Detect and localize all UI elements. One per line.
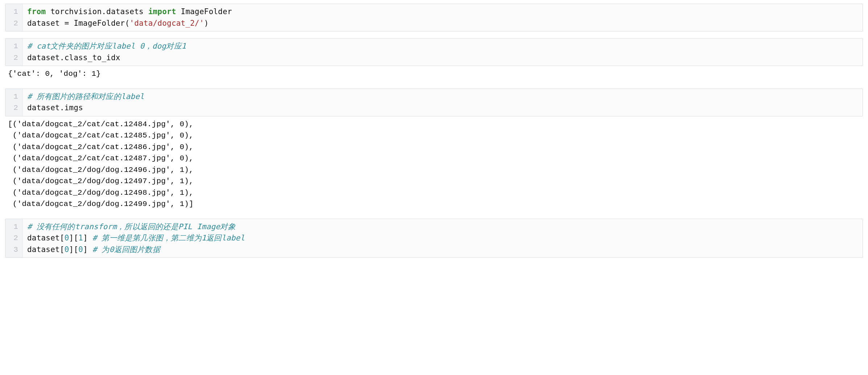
code-line: dataset.class_to_idx [27, 53, 120, 62]
code-block: 12# cat文件夹的图片对应label 0，dog对应1 dataset.cl… [5, 38, 863, 66]
code-content[interactable]: # cat文件夹的图片对应label 0，dog对应1 dataset.clas… [23, 38, 863, 66]
line-number: 2 [11, 18, 18, 29]
line-number: 1 [11, 91, 18, 103]
code-line: # cat文件夹的图片对应label 0，dog对应1 [27, 42, 186, 50]
code-cell: 12# cat文件夹的图片对应label 0，dog对应1 dataset.cl… [5, 38, 863, 82]
code-lines: from torchvision.datasets import ImageFo… [27, 6, 858, 29]
token: torchvision.datasets [46, 7, 148, 16]
code-cell: 12from torchvision.datasets import Image… [5, 4, 863, 32]
line-number: 3 [11, 244, 18, 256]
token: ][ [69, 234, 79, 242]
code-block: 123# 没有任何的transform，所以返回的还是PIL Image对象 d… [5, 219, 863, 258]
code-line: dataset.imgs [27, 103, 83, 112]
code-line: from torchvision.datasets import ImageFo… [27, 7, 232, 16]
line-number-gutter: 12 [5, 89, 23, 116]
token: # 所有图片的路径和对应的label [27, 92, 144, 101]
token: # 没有任何的transform，所以返回的还是PIL Image对象 [27, 222, 236, 231]
token: ][ [69, 245, 79, 254]
cell-output: {'cat': 0, 'dog': 1} [5, 66, 863, 82]
token: dataset = ImageFolder( [27, 19, 130, 28]
code-content[interactable]: # 没有任何的transform，所以返回的还是PIL Image对象 data… [23, 219, 863, 258]
cell-output: [('data/dogcat_2/cat/cat.12484.jpg', 0),… [5, 116, 863, 212]
line-number: 2 [11, 232, 18, 244]
token: 0 [78, 245, 83, 254]
line-number: 1 [11, 41, 18, 52]
code-lines: # cat文件夹的图片对应label 0，dog对应1 dataset.clas… [27, 41, 858, 63]
token: 'data/dogcat_2/' [130, 19, 204, 28]
code-lines: # 没有任何的transform，所以返回的还是PIL Image对象 data… [27, 221, 858, 256]
line-number: 2 [11, 52, 18, 64]
line-number: 1 [11, 221, 18, 233]
line-number: 1 [11, 6, 18, 18]
token: dataset.class_to_idx [27, 53, 120, 62]
token: 0 [65, 234, 69, 242]
code-cell: 123# 没有任何的transform，所以返回的还是PIL Image对象 d… [5, 219, 863, 258]
code-lines: # 所有图片的路径和对应的label dataset.imgs [27, 91, 858, 114]
token: ] [83, 245, 92, 254]
token: ImageFolder [176, 7, 232, 16]
token: import [148, 7, 176, 16]
token: from [27, 7, 46, 16]
code-cell: 12# 所有图片的路径和对应的label dataset.imgs[('data… [5, 88, 863, 212]
token: dataset[ [27, 234, 65, 242]
token: ] [83, 234, 92, 242]
line-number: 2 [11, 102, 18, 114]
code-block: 12# 所有图片的路径和对应的label dataset.imgs [5, 88, 863, 116]
code-line: # 没有任何的transform，所以返回的还是PIL Image对象 [27, 222, 236, 231]
token: # cat文件夹的图片对应label 0，dog对应1 [27, 42, 186, 50]
token: # 第一维是第几张图，第二维为1返回label [92, 234, 245, 242]
token: 0 [65, 245, 69, 254]
token: dataset.imgs [27, 103, 83, 112]
line-number-gutter: 12 [5, 4, 23, 31]
code-content[interactable]: # 所有图片的路径和对应的label dataset.imgs [23, 89, 863, 116]
token: dataset[ [27, 245, 65, 254]
code-content[interactable]: from torchvision.datasets import ImageFo… [23, 4, 863, 31]
code-line: dataset[0][0] # 为0返回图片数据 [27, 245, 160, 254]
code-line: # 所有图片的路径和对应的label [27, 92, 144, 101]
code-line: dataset[0][1] # 第一维是第几张图，第二维为1返回label [27, 234, 245, 242]
line-number-gutter: 123 [5, 219, 23, 258]
code-line: dataset = ImageFolder('data/dogcat_2/') [27, 19, 209, 28]
code-block: 12from torchvision.datasets import Image… [5, 4, 863, 32]
line-number-gutter: 12 [5, 38, 23, 66]
token: 1 [78, 234, 83, 242]
token: # 为0返回图片数据 [92, 245, 160, 254]
token: ) [204, 19, 209, 28]
